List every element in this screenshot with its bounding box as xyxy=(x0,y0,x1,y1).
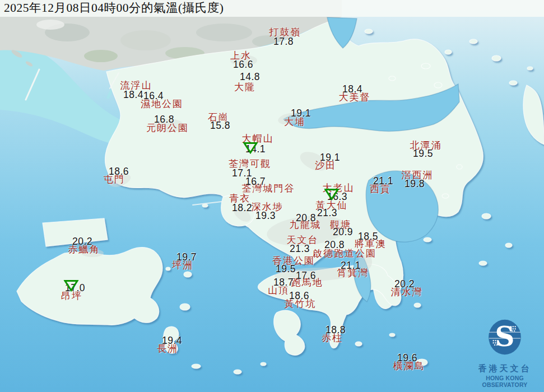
title-bar: 2025年12月08日04時00分的氣溫(攝氏度) xyxy=(0,0,544,17)
station-temperature-value: 20.2 xyxy=(394,278,415,290)
station-temperature-value: 18.6 xyxy=(109,166,129,178)
hko-logo: S 香港天文台 HONG KONG OBSERVATORY xyxy=(466,314,543,388)
station-temperature-value: 18.2 xyxy=(232,202,252,214)
station-temperature-value: 18.8 xyxy=(326,324,346,336)
station-temperature-value: 19.7 xyxy=(176,251,197,263)
logo-english-name: HONG KONG OBSERVATORY xyxy=(466,375,543,388)
station-temperature-value: 17.6 xyxy=(296,270,316,282)
logo-chinese-name: 香港天文台 xyxy=(466,363,543,374)
station-temperature-value: 16.8 xyxy=(154,114,174,125)
stations-layer: 打鼓嶺17.8上水16.6大隴14.8流浮山18.4濕地公園16.4元朗公園16… xyxy=(0,0,544,392)
logo-s-swirl: S xyxy=(495,321,515,352)
station-temperature-value: 18.5 xyxy=(358,231,378,242)
record-marker-icon xyxy=(243,142,258,155)
station-temperature-value: 20.2 xyxy=(72,236,92,248)
station-temperature-value: 19.1 xyxy=(291,108,311,119)
station-temperature-value: 19.6 xyxy=(397,352,417,364)
station-temperature-value: 21.3 xyxy=(290,243,310,255)
station-temperature-value: 21.3 xyxy=(317,207,337,219)
map-title: 2025年12月08日04時00分的氣溫(攝氏度) xyxy=(0,0,544,16)
station-temperature-value: 21.1 xyxy=(341,260,361,272)
station-temperature-value: 16.6 xyxy=(233,59,253,71)
record-marker-icon xyxy=(64,279,79,292)
station-temperature-value: 18.7 xyxy=(273,277,294,288)
station-temperature-value: 19.5 xyxy=(413,148,433,160)
weather-map-screen: 2025年12月08日04時00分的氣溫(攝氏度) 打鼓嶺17.8上水16.6大… xyxy=(0,0,544,392)
station-temperature-value: 19.5 xyxy=(276,263,296,275)
station-temperature-value: 15.8 xyxy=(210,120,230,132)
station-temperature-value: 19.8 xyxy=(404,178,425,190)
station-temperature-value: 21.1 xyxy=(373,175,393,187)
station-temperature-value: 18.4 xyxy=(342,83,362,95)
station-temperature-value: 20.9 xyxy=(333,226,353,238)
record-marker-icon xyxy=(324,188,340,201)
station-temperature-value: 19.3 xyxy=(255,210,276,222)
station-temperature-value: 17.8 xyxy=(273,36,294,48)
station-temperature-value: 20.8 xyxy=(324,239,345,251)
station-temperature-value: 14.8 xyxy=(240,71,260,83)
station-temperature-value: 19.1 xyxy=(320,152,340,164)
station-temperature-value: 19.4 xyxy=(162,335,182,347)
hko-logo-icon: S xyxy=(483,314,527,360)
station-temperature-value: 16.4 xyxy=(143,90,164,102)
station-temperature-value: 18.6 xyxy=(289,290,309,302)
station-temperature-value: 16.7 xyxy=(245,176,266,188)
station-temperature-value: 20.8 xyxy=(296,212,316,224)
